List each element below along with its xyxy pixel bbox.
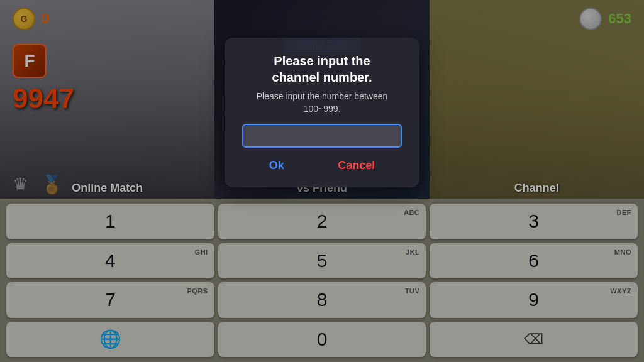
cancel-button[interactable]: Cancel <box>325 156 387 175</box>
dialog-title: Please input thechannel number. <box>242 53 402 85</box>
dialog-overlay: Please input thechannel number. Please i… <box>0 0 644 362</box>
channel-input[interactable] <box>242 124 402 148</box>
dialog-subtitle: Please input the number between100~999. <box>242 90 402 115</box>
ok-button[interactable]: Ok <box>257 156 297 175</box>
dialog-buttons: Ok Cancel <box>242 156 402 175</box>
channel-dialog: Please input thechannel number. Please i… <box>225 38 419 187</box>
